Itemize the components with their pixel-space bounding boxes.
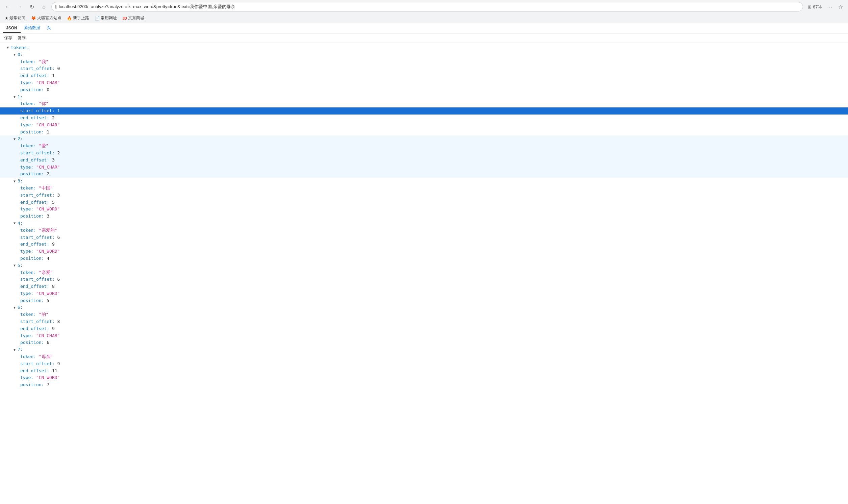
- start-offset-key-5: start_offset:: [20, 276, 55, 283]
- tab-headers[interactable]: 头: [43, 23, 54, 33]
- fire-icon: 🔥: [67, 16, 72, 21]
- start-offset-key-7: start_offset:: [20, 360, 55, 367]
- end-offset-val-7: 11: [52, 367, 57, 375]
- collapse-5[interactable]: ▼: [14, 263, 18, 268]
- address-bar[interactable]: ℹ localhost:9200/_analyze?analyzer=ik_ma…: [51, 2, 803, 12]
- start-offset-val-0: 0: [57, 65, 60, 72]
- collapse-tokens[interactable]: ▼: [7, 45, 11, 50]
- token-val-7: "母亲": [39, 353, 53, 360]
- bookmark-new-user[interactable]: 🔥 新手上路: [65, 15, 91, 22]
- start-offset-key-0: start_offset:: [20, 65, 55, 72]
- collapse-4[interactable]: ▼: [14, 220, 18, 226]
- zoom-level: 67%: [813, 4, 822, 10]
- tab-raw[interactable]: 原始数据: [21, 23, 43, 33]
- token-key-4: token:: [20, 227, 36, 234]
- item-0-end-offset: end_offset: 1: [0, 72, 848, 79]
- type-key-2: type:: [20, 164, 33, 171]
- index-6: 6:: [18, 304, 23, 311]
- folder-icon: 📄: [95, 16, 100, 21]
- item-1-end-offset: end_offset: 2: [0, 114, 848, 122]
- forward-button[interactable]: →: [15, 2, 24, 12]
- info-icon: ℹ: [55, 4, 57, 10]
- item-2-label: ▼ 2:: [0, 136, 848, 143]
- item-7-type: type: "CN_WORD": [0, 374, 848, 381]
- item-0-token: token: "我": [0, 58, 848, 66]
- back-button[interactable]: ←: [3, 2, 12, 12]
- item-4-position: position: 4: [0, 255, 848, 262]
- collapse-1[interactable]: ▼: [14, 94, 18, 100]
- reload-button[interactable]: ↻: [27, 2, 36, 12]
- position-val-2: 2: [47, 170, 49, 178]
- token-val-1: "你": [39, 100, 49, 107]
- item-6-type: type: "CN_CHAR": [0, 332, 848, 340]
- start-offset-key-2: start_offset:: [20, 150, 55, 157]
- end-offset-val-2: 3: [52, 157, 55, 164]
- bookmark-most-visited[interactable]: ★ 最常访问: [3, 15, 28, 22]
- zoom-icon: ⊞: [808, 4, 812, 10]
- item-3-label: ▼ 3:: [0, 178, 848, 185]
- end-offset-key-3: end_offset:: [20, 199, 49, 206]
- position-val-5: 5: [47, 297, 49, 304]
- position-key-4: position:: [20, 255, 44, 262]
- item-1-token: token: "你": [0, 100, 848, 107]
- start-offset-val-6: 8: [57, 318, 60, 325]
- index-2: 2:: [18, 136, 23, 143]
- bookmark-button[interactable]: ☆: [836, 2, 845, 12]
- firefox-icon: 🦊: [31, 16, 36, 21]
- item-5-position: position: 5: [0, 297, 848, 304]
- item-3-position: position: 3: [0, 213, 848, 220]
- end-offset-val-4: 9: [52, 241, 55, 248]
- tokens-key: tokens:: [11, 44, 30, 51]
- json-tab-bar: JSON 原始数据 头: [0, 23, 848, 33]
- item-5-end-offset: end_offset: 8: [0, 283, 848, 290]
- index-0: 0:: [18, 51, 23, 58]
- item-7-start-offset: start_offset: 9: [0, 360, 848, 367]
- bookmark-jd[interactable]: JD 京东商城: [120, 15, 146, 22]
- item-7-token: token: "母亲": [0, 353, 848, 360]
- token-key-1: token:: [20, 100, 36, 107]
- collapse-6[interactable]: ▼: [14, 305, 18, 310]
- collapse-2[interactable]: ▼: [14, 137, 18, 142]
- type-key-6: type:: [20, 332, 33, 340]
- item-4-token: token: "亲爱的": [0, 227, 848, 234]
- save-button[interactable]: 保存: [3, 34, 14, 41]
- collapse-3[interactable]: ▼: [14, 179, 18, 184]
- item-6-start-offset: start_offset: 8: [0, 318, 848, 325]
- position-key-3: position:: [20, 213, 44, 220]
- item-3-start-offset: start_offset: 3: [0, 192, 848, 199]
- item-1-start-offset: start_offset: 1: [0, 107, 848, 114]
- start-offset-val-3: 3: [57, 192, 60, 199]
- token-val-5: "亲爱": [39, 269, 53, 276]
- jd-icon: JD: [122, 16, 127, 20]
- menu-button[interactable]: ⋯: [825, 2, 834, 12]
- item-0-position: position: 0: [0, 87, 848, 94]
- item-2-type: type: "CN_CHAR": [0, 164, 848, 171]
- token-key-5: token:: [20, 269, 36, 276]
- index-5: 5:: [18, 262, 23, 269]
- type-val-4: "CN_WORD": [36, 248, 60, 255]
- token-key-3: token:: [20, 185, 36, 192]
- item-7-label: ▼ 7:: [0, 346, 848, 353]
- home-button[interactable]: ⌂: [39, 2, 49, 12]
- item-2-token: token: "爱": [0, 143, 848, 150]
- start-offset-key-3: start_offset:: [20, 192, 55, 199]
- bookmark-firefox[interactable]: 🦊 火狐官方站点: [29, 15, 64, 22]
- url-text: localhost:9200/_analyze?analyzer=ik_max_…: [59, 4, 799, 10]
- copy-button[interactable]: 复制: [16, 34, 27, 41]
- zoom-button[interactable]: ⊞ 67%: [806, 4, 824, 10]
- collapse-7[interactable]: ▼: [14, 347, 18, 353]
- type-key-4: type:: [20, 248, 33, 255]
- collapse-0[interactable]: ▼: [14, 52, 18, 57]
- end-offset-key-6: end_offset:: [20, 325, 49, 332]
- tab-json[interactable]: JSON: [3, 24, 21, 33]
- end-offset-key-4: end_offset:: [20, 241, 49, 248]
- end-offset-key-1: end_offset:: [20, 114, 49, 122]
- item-6-token: token: "的": [0, 311, 848, 318]
- start-offset-key-4: start_offset:: [20, 234, 55, 241]
- end-offset-key-5: end_offset:: [20, 283, 49, 290]
- token-val-2: "爱": [39, 143, 49, 150]
- item-5-type: type: "CN_WORD": [0, 290, 848, 297]
- item-3-end-offset: end_offset: 5: [0, 199, 848, 206]
- item-3-token: token: "中国": [0, 185, 848, 192]
- bookmark-common-sites[interactable]: 📄 常用网址: [93, 15, 119, 22]
